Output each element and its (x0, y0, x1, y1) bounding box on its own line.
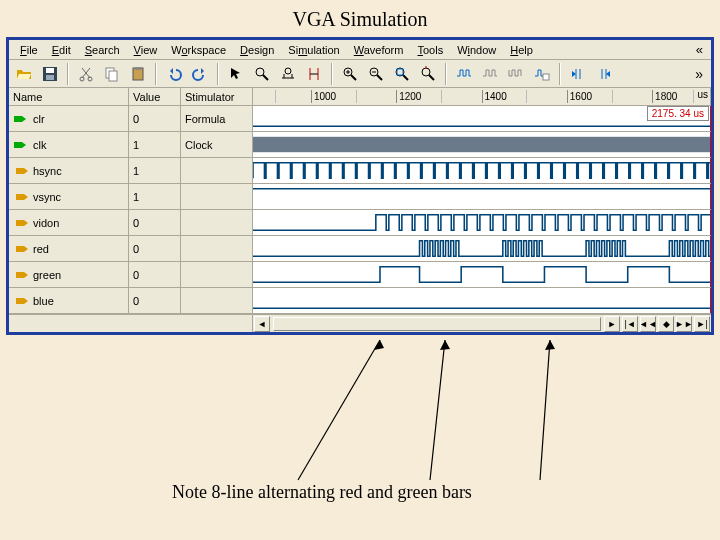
header-name[interactable]: Name (9, 88, 129, 105)
output-port-icon (13, 191, 29, 203)
menubar: File Edit Search View Workspace Design S… (9, 40, 711, 60)
signal-row-green[interactable]: green 0 (9, 262, 711, 288)
signal-row-blue[interactable]: blue 0 (9, 288, 711, 314)
goto-left-icon[interactable] (566, 62, 590, 86)
menu-tools[interactable]: Tools (410, 42, 450, 58)
svg-rect-1 (46, 68, 54, 73)
goto-last-icon[interactable]: ►| (694, 316, 710, 332)
open-icon[interactable] (12, 62, 36, 86)
signal-stim (181, 158, 253, 183)
waveform-red[interactable] (253, 236, 711, 261)
measure-icon[interactable] (302, 62, 326, 86)
output-port-icon (13, 243, 29, 255)
svg-line-17 (377, 75, 382, 80)
waveform-vidon[interactable] (253, 210, 711, 235)
svg-point-22 (422, 68, 430, 76)
signal-stim[interactable]: Formula (181, 106, 253, 131)
header-value[interactable]: Value (129, 88, 181, 105)
signal-name: hsync (33, 165, 62, 177)
signal-name: red (33, 243, 49, 255)
svg-line-30 (298, 340, 380, 480)
goto-first-icon[interactable]: |◄ (622, 316, 638, 332)
menu-search[interactable]: Search (78, 42, 127, 58)
grid-headers: Name Value Stimulator 1000 1200 1400 160… (9, 88, 711, 106)
signal-value: 1 (129, 184, 181, 209)
waveform-green[interactable] (253, 262, 711, 287)
signal-value: 0 (129, 262, 181, 287)
signal-name: green (33, 269, 61, 281)
annotation-text: Note 8-line alternating red and green ba… (172, 482, 472, 503)
waveform-hsync[interactable] (253, 158, 711, 183)
menu-waveform[interactable]: Waveform (347, 42, 411, 58)
goto-next-icon[interactable]: ►► (676, 316, 692, 332)
undo-icon[interactable] (162, 62, 186, 86)
wave-settings-icon[interactable] (530, 62, 554, 86)
menu-help[interactable]: Help (503, 42, 540, 58)
svg-point-9 (256, 68, 264, 76)
goto-right-icon[interactable] (592, 62, 616, 86)
signal-row-hsync[interactable]: hsync 1 (9, 158, 711, 184)
menu-view[interactable]: View (127, 42, 165, 58)
signal-row-red[interactable]: red 0 (9, 236, 711, 262)
waveform-vsync[interactable] (253, 184, 711, 209)
waveform-blue[interactable] (253, 288, 711, 313)
header-stim[interactable]: Stimulator (181, 88, 253, 105)
signal-value: 1 (129, 158, 181, 183)
signal-row-vidon[interactable]: vidon 0 (9, 210, 711, 236)
svg-line-32 (540, 340, 550, 480)
signal-stim (181, 288, 253, 313)
signal-stim[interactable]: Clock (181, 132, 253, 157)
scroll-thumb[interactable] (273, 317, 601, 331)
waveform-window: File Edit Search View Workspace Design S… (6, 37, 714, 335)
menu-design[interactable]: Design (233, 42, 281, 58)
menu-window[interactable]: Window (450, 42, 503, 58)
cut-icon[interactable] (74, 62, 98, 86)
svg-rect-25 (543, 74, 549, 80)
wave2-icon[interactable] (478, 62, 502, 86)
scroll-left-icon[interactable]: ◄ (254, 316, 270, 332)
zoom-cursor-icon[interactable] (416, 62, 440, 86)
goto-marker-icon[interactable]: ◆ (658, 316, 674, 332)
svg-line-23 (429, 75, 434, 80)
collapse-icon[interactable]: « (692, 42, 707, 57)
menu-simulation[interactable]: Simulation (281, 42, 346, 58)
menu-workspace[interactable]: Workspace (164, 42, 233, 58)
svg-rect-8 (135, 67, 141, 70)
signal-row-vsync[interactable]: vsync 1 (9, 184, 711, 210)
svg-line-31 (430, 340, 445, 480)
signal-name: blue (33, 295, 54, 307)
redo-icon[interactable] (188, 62, 212, 86)
signal-row-clk[interactable]: clk 1 Clock (9, 132, 711, 158)
page-title: VGA Simulation (0, 0, 720, 37)
menu-file[interactable]: File (13, 42, 45, 58)
signal-stim (181, 210, 253, 235)
svg-line-13 (351, 75, 356, 80)
zoom-range-icon[interactable] (276, 62, 300, 86)
wave3-icon[interactable] (504, 62, 528, 86)
goto-prev-icon[interactable]: ◄◄ (640, 316, 656, 332)
output-port-icon (13, 165, 29, 177)
toolbar: » (9, 60, 711, 88)
save-icon[interactable] (38, 62, 62, 86)
copy-icon[interactable] (100, 62, 124, 86)
more-icon[interactable]: » (689, 66, 709, 82)
paste-icon[interactable] (126, 62, 150, 86)
pointer-icon[interactable] (224, 62, 248, 86)
signal-row-clr[interactable]: clr 0 Formula (9, 106, 711, 132)
svg-marker-34 (440, 340, 450, 350)
zoom-in-icon[interactable] (338, 62, 362, 86)
svg-marker-35 (545, 340, 555, 350)
waveform-clr[interactable] (253, 106, 711, 131)
menu-edit[interactable]: Edit (45, 42, 78, 58)
signal-value: 0 (129, 288, 181, 313)
wave1-icon[interactable] (452, 62, 476, 86)
svg-rect-2 (46, 75, 54, 80)
signal-stim (181, 236, 253, 261)
timeline-ruler[interactable]: 1000 1200 1400 1600 1800 us (253, 88, 711, 105)
zoom-out-icon[interactable] (364, 62, 388, 86)
zoom-icon[interactable] (250, 62, 274, 86)
scroll-right-icon[interactable]: ► (604, 316, 620, 332)
waveform-clk[interactable] (253, 132, 711, 157)
zoom-fit-icon[interactable] (390, 62, 414, 86)
input-port-icon (13, 139, 29, 151)
